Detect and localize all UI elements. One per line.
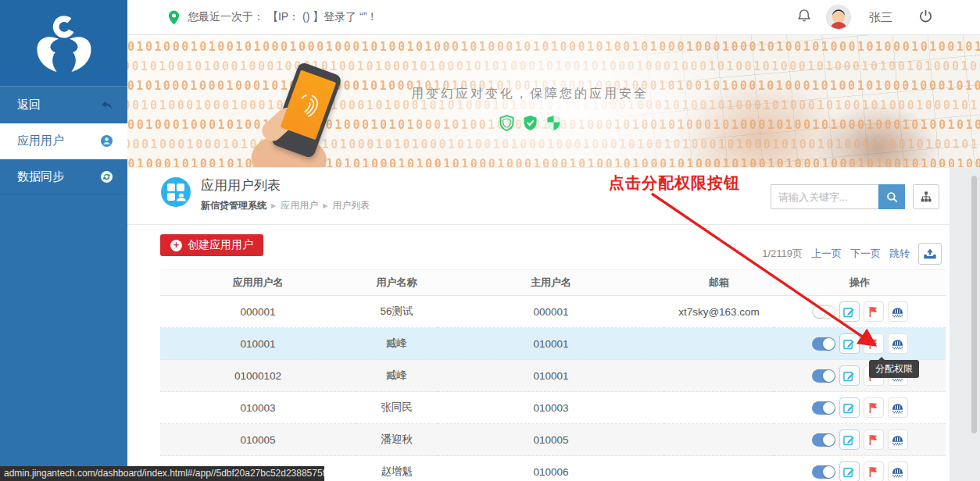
jump-page-link[interactable]: 跳转 (889, 247, 910, 261)
plus-icon: + (170, 240, 182, 251)
app-user-table: 应用用户名 用户名称 主用户名 邮箱 操作 000001 56测试 000001… (160, 269, 946, 481)
cell-actions (774, 360, 946, 392)
shield-quarters-icon (546, 115, 561, 131)
table-body: 000001 56测试 000001 xt7sky@163.com (160, 296, 946, 481)
table-row: 010003 张同民 010003 (160, 392, 946, 424)
dome-bank-icon (891, 434, 904, 446)
permission-detail-button[interactable] (888, 397, 908, 418)
dome-bank-icon (891, 338, 904, 350)
assign-permission-button[interactable] (864, 397, 884, 418)
edit-button[interactable] (839, 461, 860, 481)
flag-icon (868, 338, 879, 350)
cell-app-user: 010005 (160, 424, 356, 456)
shield-icons (405, 115, 655, 131)
cell-actions (774, 392, 946, 424)
cell-main-user: 010001 (438, 328, 664, 360)
cell-email: xt7sky@163.com (664, 296, 774, 328)
cell-main-user: 010006 (438, 456, 664, 481)
last-login-notice: 您最近一次于： 【IP： () 】登录了 “”！ (188, 10, 377, 24)
edit-pencil-icon (843, 434, 855, 446)
permission-detail-button[interactable] (888, 461, 908, 481)
edit-pencil-icon (843, 306, 855, 318)
cell-email (664, 328, 774, 360)
flag-icon (868, 466, 879, 478)
enable-toggle[interactable] (812, 337, 835, 351)
breadcrumb-user-list[interactable]: 用户列表 (332, 199, 370, 212)
enable-toggle[interactable] (812, 369, 835, 383)
edit-button[interactable] (839, 301, 860, 322)
cell-user-name: 赵增魁 (356, 456, 438, 481)
assign-permission-button[interactable] (864, 301, 884, 322)
dome-bank-icon (891, 306, 904, 318)
pagination: 1/2119页 上一页 下一页 跳转 (762, 243, 942, 265)
dome-bank-icon (891, 402, 904, 414)
edit-button[interactable] (839, 333, 860, 354)
enable-toggle[interactable] (812, 433, 835, 447)
shield-check-icon (523, 115, 538, 131)
notifications-bell-icon[interactable] (797, 9, 811, 26)
enable-toggle[interactable] (812, 401, 835, 415)
cell-email (664, 360, 774, 392)
sidebar-item-app-users[interactable]: 应用用户 (0, 123, 127, 159)
cell-user-name: 臧峰 (356, 328, 438, 360)
edit-pencil-icon (843, 370, 855, 382)
next-page-link[interactable]: 下一页 (850, 247, 881, 261)
logout-power-icon[interactable] (918, 9, 933, 27)
search-input[interactable] (771, 184, 878, 209)
page-gutter (950, 168, 980, 481)
enable-toggle[interactable] (812, 465, 835, 479)
permission-detail-button[interactable] (888, 333, 908, 354)
table-row: 010001 臧峰 010001 (160, 328, 946, 360)
breadcrumb-separator: ▶ (271, 202, 276, 209)
flag-icon (868, 434, 879, 446)
sidebar-item-data-sync[interactable]: 数据同步 (0, 159, 127, 195)
assign-permission-button[interactable] (864, 333, 884, 354)
cell-user-name: 56测试 (356, 296, 438, 328)
cell-app-user: 01000102 (160, 360, 356, 392)
sidebar-back-button[interactable]: 返回 (0, 86, 127, 123)
breadcrumb-separator: ▶ (323, 202, 327, 209)
sidebar: 返回 应用用户 数据同步 (0, 0, 127, 481)
permission-detail-button[interactable] (888, 301, 908, 322)
table-header-row: 应用用户名 用户名称 主用户名 邮箱 操作 (160, 270, 946, 296)
export-button[interactable] (918, 243, 942, 265)
flag-icon (868, 306, 879, 318)
cell-app-user: 010003 (160, 392, 356, 424)
edit-button[interactable] (839, 429, 860, 450)
sidebar-item-label: 应用用户 (17, 134, 64, 148)
app-user-list-icon (160, 176, 191, 208)
col-app-user-name: 应用用户名 (160, 270, 356, 296)
col-user-name: 用户名称 (356, 270, 438, 296)
breadcrumb-app-users[interactable]: 应用用户 (281, 199, 318, 212)
enable-toggle[interactable] (812, 305, 835, 319)
breadcrumb-system[interactable]: 新信贷管理系统 (201, 199, 266, 212)
search-icon (886, 191, 898, 203)
avatar[interactable] (826, 5, 851, 30)
edit-button[interactable] (839, 397, 860, 418)
credit-coop-logo-icon (30, 9, 98, 77)
permission-detail-button[interactable] (888, 429, 908, 450)
table-row: 010005 潘迎秋 010005 (160, 424, 946, 456)
assign-permission-button[interactable] (864, 461, 884, 481)
sync-circle-icon (100, 170, 113, 183)
col-main-user-name: 主用户名 (438, 270, 664, 296)
cell-email (664, 392, 774, 424)
prev-page-link[interactable]: 上一页 (811, 247, 842, 261)
security-banner: 0101000101001010001000100010100101000101… (127, 35, 980, 168)
org-tree-button[interactable] (913, 184, 939, 209)
cell-actions (774, 424, 946, 456)
edit-pencil-icon (843, 338, 855, 350)
cell-app-user: 000001 (160, 296, 356, 328)
page-indicator: 1/2119页 (762, 247, 803, 261)
assign-permission-button[interactable] (864, 429, 884, 450)
current-user-name[interactable]: 张三 (869, 10, 892, 25)
edit-button[interactable] (839, 365, 860, 386)
cell-main-user: 000001 (438, 296, 664, 328)
search-bar (771, 184, 939, 209)
cell-user-name: 臧峰 (356, 360, 438, 392)
vertical-scrollbar[interactable] (971, 176, 977, 433)
sitemap-icon (921, 191, 932, 202)
search-button[interactable] (878, 184, 905, 209)
create-app-user-button[interactable]: + 创建应用用户 (160, 234, 263, 256)
cell-main-user: 010001 (438, 360, 664, 392)
